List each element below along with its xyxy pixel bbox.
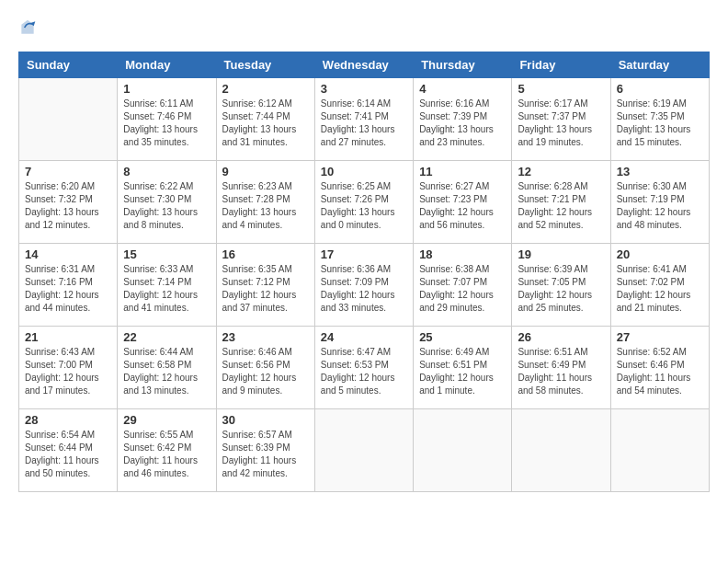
page-header xyxy=(18,18,710,37)
day-info: Sunrise: 6:52 AM Sunset: 6:46 PM Dayligh… xyxy=(617,346,703,397)
calendar-cell: 23Sunrise: 6:46 AM Sunset: 6:56 PM Dayli… xyxy=(216,327,314,409)
day-number: 15 xyxy=(123,247,210,261)
day-info: Sunrise: 6:28 AM Sunset: 7:21 PM Dayligh… xyxy=(518,180,604,232)
calendar-cell: 15Sunrise: 6:33 AM Sunset: 7:14 PM Dayli… xyxy=(118,244,216,327)
calendar-cell: 24Sunrise: 6:47 AM Sunset: 6:53 PM Dayli… xyxy=(314,327,413,409)
day-number: 24 xyxy=(321,330,407,344)
day-number: 30 xyxy=(222,413,309,427)
calendar-cell: 19Sunrise: 6:39 AM Sunset: 7:05 PM Dayli… xyxy=(512,244,610,327)
calendar-week-5: 28Sunrise: 6:54 AM Sunset: 6:44 PM Dayli… xyxy=(19,409,710,492)
calendar-cell: 21Sunrise: 6:43 AM Sunset: 7:00 PM Dayli… xyxy=(19,327,118,409)
day-number: 6 xyxy=(617,82,703,96)
calendar-cell: 4Sunrise: 6:16 AM Sunset: 7:39 PM Daylig… xyxy=(414,78,512,161)
day-info: Sunrise: 6:12 AM Sunset: 7:44 PM Dayligh… xyxy=(222,98,309,149)
day-info: Sunrise: 6:31 AM Sunset: 7:16 PM Dayligh… xyxy=(25,263,111,315)
day-info: Sunrise: 6:14 AM Sunset: 7:41 PM Dayligh… xyxy=(321,98,407,149)
logo xyxy=(18,18,37,37)
day-number: 4 xyxy=(419,82,506,96)
calendar-table: SundayMondayTuesdayWednesdayThursdayFrid… xyxy=(18,52,710,492)
calendar-cell: 28Sunrise: 6:54 AM Sunset: 6:44 PM Dayli… xyxy=(19,409,118,492)
day-info: Sunrise: 6:16 AM Sunset: 7:39 PM Dayligh… xyxy=(419,98,506,149)
day-number: 1 xyxy=(123,82,210,96)
day-number: 17 xyxy=(321,247,407,261)
day-info: Sunrise: 6:33 AM Sunset: 7:14 PM Dayligh… xyxy=(123,263,210,315)
calendar-cell xyxy=(610,409,709,492)
calendar-cell: 2Sunrise: 6:12 AM Sunset: 7:44 PM Daylig… xyxy=(216,78,314,161)
calendar-cell: 6Sunrise: 6:19 AM Sunset: 7:35 PM Daylig… xyxy=(610,78,709,161)
calendar-cell: 27Sunrise: 6:52 AM Sunset: 6:46 PM Dayli… xyxy=(610,327,709,409)
day-info: Sunrise: 6:19 AM Sunset: 7:35 PM Dayligh… xyxy=(617,98,703,149)
day-info: Sunrise: 6:30 AM Sunset: 7:19 PM Dayligh… xyxy=(617,180,703,232)
calendar-week-2: 7Sunrise: 6:20 AM Sunset: 7:32 PM Daylig… xyxy=(19,161,710,244)
day-number: 23 xyxy=(222,330,309,344)
day-number: 28 xyxy=(25,413,111,427)
calendar-cell: 18Sunrise: 6:38 AM Sunset: 7:07 PM Dayli… xyxy=(414,244,512,327)
day-number: 2 xyxy=(222,82,309,96)
day-number: 11 xyxy=(419,165,506,178)
calendar-cell: 25Sunrise: 6:49 AM Sunset: 6:51 PM Dayli… xyxy=(414,327,512,409)
calendar-cell: 14Sunrise: 6:31 AM Sunset: 7:16 PM Dayli… xyxy=(19,244,118,327)
day-info: Sunrise: 6:49 AM Sunset: 6:51 PM Dayligh… xyxy=(419,346,506,397)
calendar-cell: 13Sunrise: 6:30 AM Sunset: 7:19 PM Dayli… xyxy=(610,161,709,244)
day-number: 21 xyxy=(25,330,111,344)
day-number: 7 xyxy=(25,165,111,178)
day-number: 20 xyxy=(617,247,703,261)
day-info: Sunrise: 6:17 AM Sunset: 7:37 PM Dayligh… xyxy=(518,98,604,149)
day-info: Sunrise: 6:36 AM Sunset: 7:09 PM Dayligh… xyxy=(321,263,407,315)
calendar-cell: 30Sunrise: 6:57 AM Sunset: 6:39 PM Dayli… xyxy=(216,409,314,492)
day-number: 5 xyxy=(518,82,604,96)
calendar-cell: 10Sunrise: 6:25 AM Sunset: 7:26 PM Dayli… xyxy=(314,161,413,244)
day-info: Sunrise: 6:23 AM Sunset: 7:28 PM Dayligh… xyxy=(222,180,309,232)
calendar-cell: 20Sunrise: 6:41 AM Sunset: 7:02 PM Dayli… xyxy=(610,244,709,327)
day-number: 26 xyxy=(518,330,604,344)
weekday-header-thursday: Thursday xyxy=(414,52,512,78)
day-info: Sunrise: 6:41 AM Sunset: 7:02 PM Dayligh… xyxy=(617,263,703,315)
day-info: Sunrise: 6:39 AM Sunset: 7:05 PM Dayligh… xyxy=(518,263,604,315)
calendar-cell: 26Sunrise: 6:51 AM Sunset: 6:49 PM Dayli… xyxy=(512,327,610,409)
calendar-cell: 22Sunrise: 6:44 AM Sunset: 6:58 PM Dayli… xyxy=(118,327,216,409)
day-info: Sunrise: 6:54 AM Sunset: 6:44 PM Dayligh… xyxy=(25,429,111,480)
calendar-cell xyxy=(314,409,413,492)
calendar-cell: 29Sunrise: 6:55 AM Sunset: 6:42 PM Dayli… xyxy=(118,409,216,492)
day-number: 19 xyxy=(518,247,604,261)
day-info: Sunrise: 6:43 AM Sunset: 7:00 PM Dayligh… xyxy=(25,346,111,397)
weekday-header-row: SundayMondayTuesdayWednesdayThursdayFrid… xyxy=(19,52,710,78)
day-number: 8 xyxy=(123,165,210,178)
day-number: 12 xyxy=(518,165,604,178)
day-info: Sunrise: 6:22 AM Sunset: 7:30 PM Dayligh… xyxy=(123,180,210,232)
calendar-week-4: 21Sunrise: 6:43 AM Sunset: 7:00 PM Dayli… xyxy=(19,327,710,409)
weekday-header-tuesday: Tuesday xyxy=(216,52,314,78)
calendar-cell: 3Sunrise: 6:14 AM Sunset: 7:41 PM Daylig… xyxy=(314,78,413,161)
day-info: Sunrise: 6:35 AM Sunset: 7:12 PM Dayligh… xyxy=(222,263,309,315)
calendar-cell: 1Sunrise: 6:11 AM Sunset: 7:46 PM Daylig… xyxy=(118,78,216,161)
calendar-cell: 16Sunrise: 6:35 AM Sunset: 7:12 PM Dayli… xyxy=(216,244,314,327)
weekday-header-monday: Monday xyxy=(118,52,216,78)
day-number: 9 xyxy=(222,165,309,178)
day-info: Sunrise: 6:20 AM Sunset: 7:32 PM Dayligh… xyxy=(25,180,111,232)
day-number: 13 xyxy=(617,165,703,178)
calendar-cell xyxy=(512,409,610,492)
weekday-header-wednesday: Wednesday xyxy=(314,52,413,78)
calendar-week-3: 14Sunrise: 6:31 AM Sunset: 7:16 PM Dayli… xyxy=(19,244,710,327)
calendar-cell xyxy=(19,78,118,161)
generalblue-icon xyxy=(18,18,37,37)
day-number: 16 xyxy=(222,247,309,261)
weekday-header-sunday: Sunday xyxy=(19,52,118,78)
weekday-header-friday: Friday xyxy=(512,52,610,78)
calendar-cell: 7Sunrise: 6:20 AM Sunset: 7:32 PM Daylig… xyxy=(19,161,118,244)
day-info: Sunrise: 6:11 AM Sunset: 7:46 PM Dayligh… xyxy=(123,98,210,149)
calendar-cell: 17Sunrise: 6:36 AM Sunset: 7:09 PM Dayli… xyxy=(314,244,413,327)
calendar-cell: 5Sunrise: 6:17 AM Sunset: 7:37 PM Daylig… xyxy=(512,78,610,161)
day-info: Sunrise: 6:57 AM Sunset: 6:39 PM Dayligh… xyxy=(222,429,309,480)
day-info: Sunrise: 6:27 AM Sunset: 7:23 PM Dayligh… xyxy=(419,180,506,232)
calendar-week-1: 1Sunrise: 6:11 AM Sunset: 7:46 PM Daylig… xyxy=(19,78,710,161)
day-number: 18 xyxy=(419,247,506,261)
day-number: 14 xyxy=(25,247,111,261)
day-number: 10 xyxy=(321,165,407,178)
day-info: Sunrise: 6:55 AM Sunset: 6:42 PM Dayligh… xyxy=(123,429,210,480)
day-info: Sunrise: 6:44 AM Sunset: 6:58 PM Dayligh… xyxy=(123,346,210,397)
calendar-cell: 11Sunrise: 6:27 AM Sunset: 7:23 PM Dayli… xyxy=(414,161,512,244)
day-number: 22 xyxy=(123,330,210,344)
calendar-cell xyxy=(414,409,512,492)
calendar-cell: 8Sunrise: 6:22 AM Sunset: 7:30 PM Daylig… xyxy=(118,161,216,244)
